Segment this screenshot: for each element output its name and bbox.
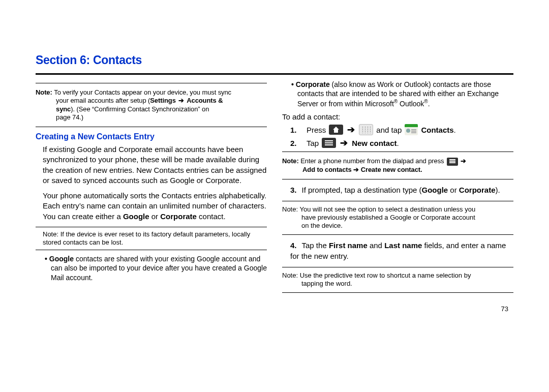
note-line: your email accounts after setup (Setting…	[56, 97, 267, 105]
factory-reset-note: Note: If the device is ever reset to its…	[43, 230, 267, 247]
to-add-contact-label: To add a contact:	[282, 112, 513, 121]
corporate-bullet: Corporate (also know as Work or Outlook)…	[297, 80, 513, 108]
menu-icon	[447, 158, 458, 166]
dialpad-note: Note: Enter a phone number from the dial…	[282, 155, 513, 176]
predictive-note: Note: Use the predictive text row to sho…	[282, 269, 513, 290]
step-number: 3.	[290, 186, 297, 194]
note-line: page 74.)	[56, 113, 267, 122]
divider	[282, 201, 513, 201]
title-rule	[36, 73, 513, 75]
divider	[282, 267, 513, 267]
divider	[282, 179, 513, 179]
arrow-icon: ➔	[340, 137, 348, 148]
divider	[282, 152, 513, 152]
left-column: Note: To verify your Contacts appear on …	[36, 80, 267, 295]
note-label: Note:	[36, 88, 54, 96]
two-column-layout: Note: To verify your Contacts appear on …	[36, 80, 513, 295]
home-icon	[329, 125, 343, 135]
subsection-heading: Creating a New Contacts Entry	[36, 132, 267, 141]
divider	[36, 227, 267, 227]
google-bullet: Google contacts are shared with your exi…	[51, 254, 267, 282]
step-text: Tap	[307, 139, 319, 147]
contacts-app-icon	[405, 124, 418, 135]
body-paragraph: If existing Google and Corporate email a…	[43, 144, 267, 186]
right-column: Corporate (also know as Work or Outlook)…	[282, 80, 513, 295]
step-number: 2.	[290, 139, 299, 147]
sync-note: Note: To verify your Contacts appear on …	[36, 86, 267, 124]
arrow-icon: ➔	[347, 124, 355, 135]
step-text: Press	[307, 126, 326, 134]
menu-icon	[322, 138, 336, 148]
note-line: sync). (See “Confirming Contact Synchron…	[56, 105, 267, 113]
step-number: 1.	[290, 126, 299, 134]
divider	[282, 234, 513, 235]
step-text: and tap	[376, 126, 402, 134]
divider	[282, 292, 513, 293]
note-rule-top	[36, 83, 267, 83]
section-title: Section 6: Contacts	[36, 53, 513, 67]
body-paragraph: Your phone automatically sorts the Conta…	[43, 191, 267, 222]
note-text: To verify your Contacts appear on your d…	[54, 88, 231, 96]
note-label: Note:	[282, 157, 300, 165]
step-1: 1. Press ➔ and tap Contacts.	[290, 124, 513, 135]
destination-note: Note: You will not see the option to sel…	[282, 203, 513, 232]
document-page: Section 6: Contacts Note: To verify your…	[0, 0, 549, 328]
note-rule-bottom	[36, 127, 267, 127]
divider	[36, 250, 267, 250]
page-number: 73	[36, 305, 513, 313]
step-3: 3.If prompted, tap a destination type (G…	[290, 185, 513, 196]
step-4: 4.Tap the First name and Last name field…	[290, 240, 513, 262]
apps-grid-icon	[359, 124, 373, 135]
step-2: 2. Tap ➔ New contact.	[290, 137, 513, 148]
step-number: 4.	[290, 241, 297, 250]
